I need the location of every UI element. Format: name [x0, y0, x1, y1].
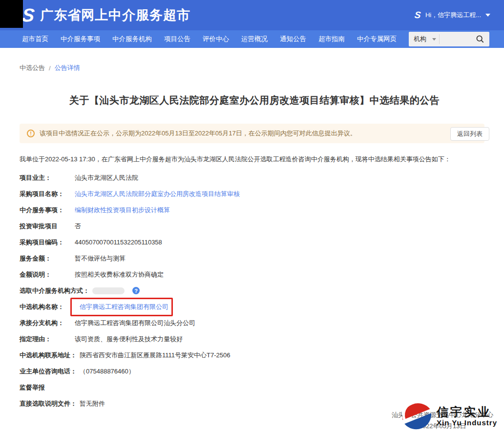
- warning-icon: !: [27, 130, 35, 137]
- field-label: 投资审批项目: [20, 222, 75, 231]
- field-row: 监督举报: [20, 379, 489, 395]
- back-to-list-button[interactable]: 返回列表: [450, 127, 489, 141]
- field-value: 信宇腾远工程咨询集团有限公司汕头分公司: [75, 319, 195, 328]
- nav-item[interactable]: 超市指南: [318, 35, 345, 44]
- field-label: 监督举报: [20, 383, 75, 392]
- field-row: 项目业主：汕头市龙湖区人民法院: [20, 170, 489, 186]
- watermark-text: 信宇实业 Xin Yu Industry: [437, 406, 497, 427]
- field-label: 中选机构联系地址：: [20, 351, 80, 360]
- field-label: 选取中介服务机构方式：: [20, 286, 92, 295]
- field-label: 中介服务事项：: [20, 206, 75, 215]
- nav-item[interactable]: 中介服务事项: [61, 35, 100, 44]
- corner-artifact: [0, 0, 23, 28]
- field-label: 直接选取说明文件：: [20, 399, 80, 408]
- field-value: （075488876460）: [80, 367, 135, 376]
- field-row: 采购项目名称：汕头市龙湖区人民法院部分庭室办公用房改造项目结算审核: [20, 186, 489, 202]
- site-header: S 广东省网上中介服务超市 S Hi，信宇腾远工程...: [0, 0, 504, 30]
- nav-item[interactable]: 项目公告: [164, 35, 190, 44]
- field-label: 业主单位咨询电话：: [20, 367, 80, 376]
- field-row: 选取中介服务机构方式：?: [20, 283, 489, 299]
- user-greeting: Hi，信宇腾远工程...: [425, 11, 481, 20]
- page: S 广东省网上中介服务超市 S Hi，信宇腾远工程... 超市首页中介服务事项中…: [0, 0, 504, 437]
- nav-item[interactable]: 中介服务机构: [112, 35, 152, 44]
- field-label: 承接分支机构：: [20, 319, 75, 328]
- field-value-link[interactable]: 信宇腾远工程咨询集团有限公司: [80, 303, 168, 311]
- field-value-link[interactable]: 编制财政性投资项目初步设计概算: [75, 206, 170, 215]
- search-icon: [476, 35, 484, 44]
- watermark-title-en: Xin Yu Industry: [437, 418, 497, 427]
- redacted-value: [92, 287, 125, 294]
- watermark-title-cn: 信宇实业: [437, 406, 497, 418]
- field-value: 该司资质、服务便利性及技术力量较好: [75, 335, 183, 344]
- field-row: 指定理由：该司资质、服务便利性及技术力量较好: [20, 331, 489, 347]
- breadcrumb-separator: /: [49, 65, 51, 72]
- field-value: 陕西省西安市曲江新区雁展路1111号莱安中心T7-2506: [80, 351, 230, 360]
- search-category-select[interactable]: 机构: [409, 32, 439, 46]
- field-row: 采购项目编码：4405070070011532205110358: [20, 234, 489, 250]
- content: 中选公告 / 公告详情 返回列表 关于【汕头市龙湖区人民法院部分庭室办公用房改造…: [0, 64, 504, 412]
- search-button[interactable]: [471, 32, 489, 46]
- intro-text: 我单位于2022-05-13 17:30，在广东省网上中介服务超市为汕头市龙湖区…: [20, 155, 489, 164]
- page-title: 关于【汕头市龙湖区人民法院部分庭室办公用房改造项目结算审核】中选结果的公告: [20, 94, 489, 107]
- field-row: 中选机构联系地址：陕西省西安市曲江新区雁展路1111号莱安中心T7-2506: [20, 347, 489, 363]
- main-nav: 超市首页中介服务事项中介服务机构项目公告评价中心运营概况通知公告超市指南中介专属…: [0, 30, 504, 48]
- field-list: 项目业主：汕头市龙湖区人民法院采购项目名称：汕头市龙湖区人民法院部分庭室办公用房…: [20, 170, 489, 412]
- field-label: 采购项目名称：: [20, 190, 75, 198]
- alert-text: 该项目中选情况正在公示，公示期为2022年05月13日至2022年05月17日，…: [40, 129, 357, 138]
- field-value: 汕头市龙湖区人民法院: [75, 174, 138, 182]
- field-row: 中选机构名称：信宇腾远工程咨询集团有限公司: [20, 299, 489, 315]
- search-category-label: 机构: [414, 35, 426, 44]
- search-input[interactable]: [440, 32, 471, 46]
- red-highlight-box: 信宇腾远工程咨询集团有限公司: [70, 298, 173, 316]
- field-value: 按照相关收费标准双方协商确定: [75, 270, 164, 279]
- search-caret-icon: [432, 38, 436, 41]
- field-row: 金额说明：按照相关收费标准双方协商确定: [20, 266, 489, 283]
- question-icon[interactable]: ?: [132, 287, 140, 294]
- company-watermark: 信宇实业 Xin Yu Industry: [399, 399, 497, 434]
- site-title: 广东省网上中介服务超市: [40, 6, 190, 24]
- field-label: 采购项目编码：: [20, 238, 75, 247]
- user-org-icon: S: [414, 10, 421, 21]
- notice-alert: ! 该项目中选情况正在公示，公示期为2022年05月13日至2022年05月17…: [20, 124, 484, 143]
- nav-items: 超市首页中介服务事项中介服务机构项目公告评价中心运营概况通知公告超市指南中介专属…: [22, 35, 409, 44]
- site-logo-icon: S: [21, 6, 35, 24]
- field-value: 暂无附件: [80, 399, 105, 408]
- nav-item[interactable]: 超市首页: [22, 35, 48, 44]
- field-row: 中介服务事项：编制财政性投资项目初步设计概算: [20, 202, 489, 218]
- nav-item[interactable]: 运营概况: [241, 35, 268, 44]
- breadcrumb: 中选公告 / 公告详情: [20, 64, 489, 72]
- watermark-logo-icon: [399, 399, 435, 434]
- field-label: 指定理由：: [20, 335, 75, 344]
- field-label: 项目业主：: [20, 174, 75, 182]
- field-value-link[interactable]: 汕头市龙湖区人民法院部分庭室办公用房改造项目结算审核: [75, 190, 240, 198]
- field-row: 投资审批项目否: [20, 218, 489, 234]
- nav-item[interactable]: 中介专属网页: [357, 35, 397, 44]
- field-label: 金额说明：: [20, 270, 75, 279]
- user-account[interactable]: S Hi，信宇腾远工程...: [415, 10, 490, 21]
- caret-down-icon: [485, 14, 490, 17]
- field-row: 业主单位咨询电话：（075488876460）: [20, 363, 489, 379]
- field-value: 暂不做评估与测算: [75, 254, 126, 263]
- field-label: 中选机构名称：: [20, 303, 75, 311]
- breadcrumb-item-current: 公告详情: [55, 64, 80, 72]
- field-value: 否: [75, 222, 81, 231]
- field-row: 服务金额：暂不做评估与测算: [20, 250, 489, 266]
- search-bar: 机构: [409, 32, 489, 46]
- field-row: 承接分支机构：信宇腾远工程咨询集团有限公司汕头分公司: [20, 315, 489, 331]
- breadcrumb-item-parent[interactable]: 中选公告: [20, 64, 45, 72]
- nav-item[interactable]: 评价中心: [203, 35, 229, 44]
- field-label: 服务金额：: [20, 254, 75, 263]
- field-value: 4405070070011532205110358: [75, 239, 162, 246]
- nav-item[interactable]: 通知公告: [280, 35, 306, 44]
